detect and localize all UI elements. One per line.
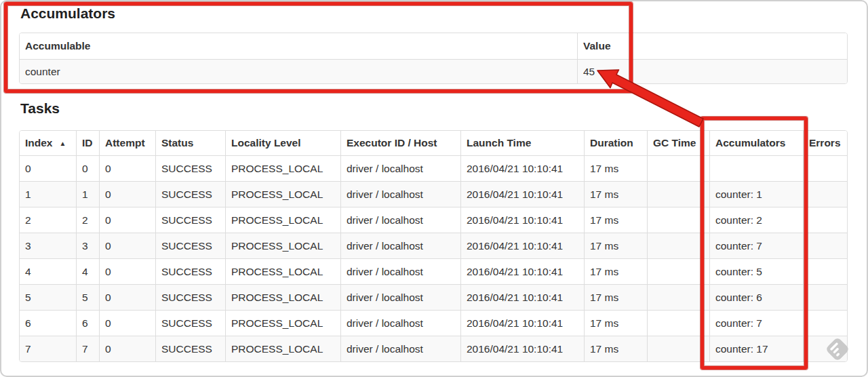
task-row: 2 2 0 SUCCESS PROCESS_LOCAL driver / loc… <box>20 207 848 233</box>
task-id-cell: 6 <box>76 310 99 336</box>
task-id-cell: 3 <box>76 233 99 258</box>
task-errors-cell <box>803 181 848 207</box>
task-id-cell: 2 <box>76 207 99 233</box>
task-gc-time-cell <box>647 207 709 233</box>
task-row: 7 7 0 SUCCESS PROCESS_LOCAL driver / loc… <box>20 336 848 361</box>
task-executor-cell: driver / localhost <box>340 233 460 258</box>
task-attempt-cell: 0 <box>99 284 155 310</box>
task-status-cell: SUCCESS <box>155 336 225 361</box>
task-row: 3 3 0 SUCCESS PROCESS_LOCAL driver / loc… <box>20 233 848 258</box>
tasks-header-launch-time[interactable]: Launch Time <box>460 131 584 155</box>
task-errors-cell <box>803 336 848 361</box>
task-locality-cell: PROCESS_LOCAL <box>225 233 340 258</box>
task-accumulators-cell: counter: 7 <box>709 310 803 336</box>
tasks-header-id[interactable]: ID <box>76 131 99 155</box>
accumulable-column-header: Accumulable <box>20 33 577 59</box>
task-executor-cell: driver / localhost <box>340 284 460 310</box>
task-locality-cell: PROCESS_LOCAL <box>225 336 340 361</box>
task-executor-cell: driver / localhost <box>340 155 460 181</box>
task-gc-time-cell <box>647 284 709 310</box>
task-row: 0 0 0 SUCCESS PROCESS_LOCAL driver / loc… <box>20 155 848 181</box>
accumulable-name-cell: counter <box>20 59 577 83</box>
task-accumulators-cell: counter: 7 <box>709 233 803 258</box>
tasks-table: Index▲ ID Attempt Status Locality Level … <box>19 130 848 362</box>
task-row: 1 1 0 SUCCESS PROCESS_LOCAL driver / loc… <box>20 181 848 207</box>
task-row: 4 4 0 SUCCESS PROCESS_LOCAL driver / loc… <box>20 258 848 284</box>
task-attempt-cell: 0 <box>99 258 155 284</box>
task-attempt-cell: 0 <box>99 207 155 233</box>
tasks-header-errors[interactable]: Errors <box>803 131 848 155</box>
task-launch-time-cell: 2016/04/21 10:10:41 <box>460 336 584 361</box>
accumulator-row: counter 45 <box>20 59 848 83</box>
task-status-cell: SUCCESS <box>155 207 225 233</box>
tasks-header-executor-id-host[interactable]: Executor ID / Host <box>340 131 460 155</box>
task-row: 6 6 0 SUCCESS PROCESS_LOCAL driver / loc… <box>20 310 848 336</box>
task-launch-time-cell: 2016/04/21 10:10:41 <box>460 207 584 233</box>
tasks-header-index[interactable]: Index▲ <box>20 131 76 155</box>
task-duration-cell: 17 ms <box>584 336 647 361</box>
task-gc-time-cell <box>647 155 709 181</box>
task-attempt-cell: 0 <box>99 336 155 361</box>
task-errors-cell <box>803 258 848 284</box>
task-errors-cell <box>803 310 848 336</box>
task-index-cell: 6 <box>20 310 76 336</box>
task-id-cell: 7 <box>76 336 99 361</box>
task-accumulators-cell: counter: 5 <box>709 258 803 284</box>
task-launch-time-cell: 2016/04/21 10:10:41 <box>460 258 584 284</box>
task-duration-cell: 17 ms <box>584 258 647 284</box>
task-locality-cell: PROCESS_LOCAL <box>225 207 340 233</box>
task-id-cell: 0 <box>76 155 99 181</box>
task-launch-time-cell: 2016/04/21 10:10:41 <box>460 155 584 181</box>
task-duration-cell: 17 ms <box>584 284 647 310</box>
accumulable-value-cell: 45 <box>577 59 848 83</box>
task-duration-cell: 17 ms <box>584 181 647 207</box>
task-duration-cell: 17 ms <box>584 310 647 336</box>
task-executor-cell: driver / localhost <box>340 207 460 233</box>
task-status-cell: SUCCESS <box>155 284 225 310</box>
task-status-cell: SUCCESS <box>155 258 225 284</box>
task-status-cell: SUCCESS <box>155 310 225 336</box>
tasks-header-gc-time[interactable]: GC Time <box>647 131 709 155</box>
task-duration-cell: 17 ms <box>584 155 647 181</box>
task-launch-time-cell: 2016/04/21 10:10:41 <box>460 310 584 336</box>
task-index-cell: 3 <box>20 233 76 258</box>
task-errors-cell <box>803 233 848 258</box>
task-index-cell: 7 <box>20 336 76 361</box>
task-executor-cell: driver / localhost <box>340 258 460 284</box>
task-errors-cell <box>803 207 848 233</box>
task-locality-cell: PROCESS_LOCAL <box>225 310 340 336</box>
task-accumulators-cell: counter: 2 <box>709 207 803 233</box>
task-executor-cell: driver / localhost <box>340 181 460 207</box>
task-errors-cell <box>803 155 848 181</box>
task-id-cell: 4 <box>76 258 99 284</box>
task-locality-cell: PROCESS_LOCAL <box>225 258 340 284</box>
task-gc-time-cell <box>647 181 709 207</box>
task-gc-time-cell <box>647 233 709 258</box>
task-attempt-cell: 0 <box>99 181 155 207</box>
task-attempt-cell: 0 <box>99 155 155 181</box>
task-executor-cell: driver / localhost <box>340 310 460 336</box>
task-status-cell: SUCCESS <box>155 181 225 207</box>
task-accumulators-cell <box>709 155 803 181</box>
task-duration-cell: 17 ms <box>584 207 647 233</box>
task-accumulators-cell: counter: 1 <box>709 181 803 207</box>
tasks-header-accumulators[interactable]: Accumulators <box>709 131 803 155</box>
task-index-cell: 5 <box>20 284 76 310</box>
task-attempt-cell: 0 <box>99 233 155 258</box>
tasks-header-attempt[interactable]: Attempt <box>99 131 155 155</box>
sort-ascending-icon: ▲ <box>59 140 66 147</box>
task-executor-cell: driver / localhost <box>340 336 460 361</box>
accumulators-header-row: Accumulable Value <box>20 33 848 59</box>
task-status-cell: SUCCESS <box>155 155 225 181</box>
tasks-header-index-label: Index <box>25 137 52 148</box>
tasks-header-status[interactable]: Status <box>155 131 225 155</box>
task-gc-time-cell <box>647 258 709 284</box>
task-index-cell: 4 <box>20 258 76 284</box>
task-row: 5 5 0 SUCCESS PROCESS_LOCAL driver / loc… <box>20 284 848 310</box>
task-launch-time-cell: 2016/04/21 10:10:41 <box>460 181 584 207</box>
accumulators-section-title: Accumulators <box>20 5 115 22</box>
tasks-header-duration[interactable]: Duration <box>584 131 647 155</box>
task-index-cell: 1 <box>20 181 76 207</box>
tasks-header-locality-level[interactable]: Locality Level <box>225 131 340 155</box>
value-column-header: Value <box>577 33 848 59</box>
